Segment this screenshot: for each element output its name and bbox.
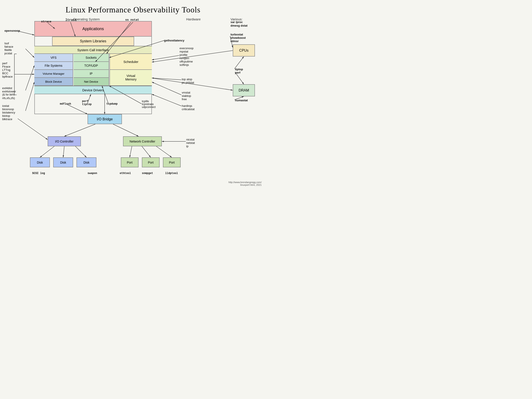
tool-lttng: LTTng [2, 68, 10, 72]
hw-port-2: Port [142, 157, 160, 167]
layer-tcpudp: TCP/UDP [74, 62, 109, 70]
tool-iostat: iostat [2, 104, 9, 108]
tool-pcstat: pcstat [4, 52, 12, 55]
tool-numastat: numastat [235, 99, 248, 102]
tool-fatrace: fatrace [4, 45, 13, 48]
tool-perf-tiptop: perftiptop [82, 100, 92, 106]
hw-port-3: Port [163, 157, 181, 167]
layer-syslib: System Libraries [52, 37, 134, 46]
tool-top-atop: top atop [182, 78, 192, 81]
tool-dmesg-dstat: dmesg dstat [231, 24, 248, 27]
volmgr-label: Volume Manager [43, 72, 64, 75]
page-title: Linux Performance Observability Tools [0, 1, 266, 16]
hw-disk-1: Disk [30, 157, 50, 167]
devdrivers-label: Device Drivers [82, 88, 104, 92]
tool-netstat: netstat [186, 141, 195, 145]
layer-applications: Applications [34, 21, 152, 37]
tool-vmstat: vmstat [182, 91, 190, 94]
applications-label: Applications [82, 27, 104, 31]
filesys-label: File Systems [44, 64, 62, 67]
tool-offcputime: offcputime [180, 60, 193, 63]
tool-bcc: BCC [2, 72, 8, 75]
svg-line-28 [130, 146, 132, 157]
tool-bpftrace: bpftrace [2, 75, 13, 78]
hw-netcontroller: Network Controller [123, 136, 162, 146]
disk1-label: Disk [37, 161, 43, 164]
tool-ss-nstat: ss nstat [125, 18, 139, 21]
layer-filesys: File Systems [34, 62, 73, 70]
hw-cpus: CPUs [233, 44, 255, 57]
layer-scheduler: Scheduler [109, 54, 152, 70]
tool-perf-hw: perf [235, 71, 241, 74]
tool-tcpdump: tcpdump [106, 102, 117, 106]
hw-dram: DRAM [233, 84, 255, 96]
syslib-label: System Libraries [80, 39, 106, 43]
layer-blockdev: Block Device [34, 78, 73, 86]
dram-label: DRAM [239, 89, 249, 92]
disk2-label: Disk [60, 161, 66, 164]
layer-netdev: Net Device [74, 78, 109, 86]
tool-opensnoop: opensnoop [4, 29, 20, 32]
tool-perf: perf [2, 62, 7, 65]
tool-ext4slower: ext4slower [2, 90, 16, 93]
svg-line-38 [152, 94, 181, 106]
tool-nicstat: nicstat [186, 138, 195, 141]
tool-ethtool: ethtool [120, 172, 131, 175]
port2-label: Port [148, 161, 154, 164]
layer-volmgr: Volume Manager [34, 70, 73, 78]
virtmem-label: VirtualMemory [125, 74, 137, 81]
tool-free: free [182, 98, 187, 101]
svg-line-29 [142, 146, 151, 157]
cpus-label: CPUs [239, 49, 248, 52]
hw-iocontroller: I/O Controller [48, 136, 81, 146]
svg-line-8 [18, 31, 34, 35]
layer-virtmem: VirtualMemory [109, 70, 152, 86]
tool-ext4dist: ext4dist [2, 86, 12, 90]
tool-filelife: filelife [4, 48, 12, 52]
ip-label: IP [89, 72, 92, 75]
tool-lldptool: lldptool [165, 172, 178, 175]
svg-line-15 [152, 78, 181, 80]
svg-line-35 [25, 82, 34, 111]
tool-showboost: showboost [231, 36, 246, 39]
layer-devdrivers: Device Drivers [34, 86, 152, 94]
iocontroller-label: I/O Controller [55, 140, 73, 143]
svg-line-36 [18, 119, 48, 140]
tool-execsnoop: execsnoop [180, 47, 194, 50]
tool-udpconnect: udpconnect [142, 106, 156, 109]
tool-tiptop: tiptop [235, 68, 243, 71]
vfs-label: VFS [51, 56, 57, 59]
tool-ltrace: ltrace [65, 18, 76, 22]
port3-label: Port [169, 161, 175, 164]
tool-mdflush: mdflush [60, 102, 71, 106]
tool-scsi-log: SCSI log [32, 172, 45, 175]
tool-tcpretrans: tcpretrans [142, 103, 154, 106]
svg-line-30 [156, 146, 172, 157]
tool-lsof: lsof [4, 42, 9, 45]
layer-syscall: System Call Interface [34, 46, 152, 54]
iobridge-label: I/O Bridge [97, 117, 113, 121]
hw-port-1: Port [121, 157, 139, 167]
tool-profile: profile [180, 53, 187, 57]
tcpudp-label: TCP/UDP [84, 64, 98, 67]
disk3-label: Disk [83, 161, 89, 164]
tool-turbostat: turbostat [231, 33, 243, 36]
tool-strace: strace [41, 20, 51, 23]
tool-hardirqs: hardirqs [182, 104, 192, 108]
hw-label: Hardware [186, 17, 201, 21]
tool-biotop: biotop [2, 114, 10, 117]
tool-sar-proc: sar /proc [231, 20, 243, 24]
svg-line-25 [40, 146, 54, 157]
svg-line-16 [152, 82, 181, 95]
tool-btrfs-note: (& for btrfsnfs,xfs,zfs) [2, 93, 15, 100]
tool-gethostlatency: gethostlatency [164, 39, 184, 42]
tool-tcplife: tcplife [142, 100, 149, 103]
footer-link: http://www.brendangregg.com/ linuxperf.h… [228, 181, 262, 186]
scheduler-label: Scheduler [123, 60, 139, 64]
os-label: Operating System [73, 17, 100, 21]
tool-swapon: swapon [88, 172, 97, 175]
tool-snmpget: snmpget [142, 172, 153, 175]
netcontroller-label: Network Controller [130, 140, 155, 143]
hw-disk-3: Disk [76, 157, 96, 167]
hw-disk-2: Disk [53, 157, 73, 167]
